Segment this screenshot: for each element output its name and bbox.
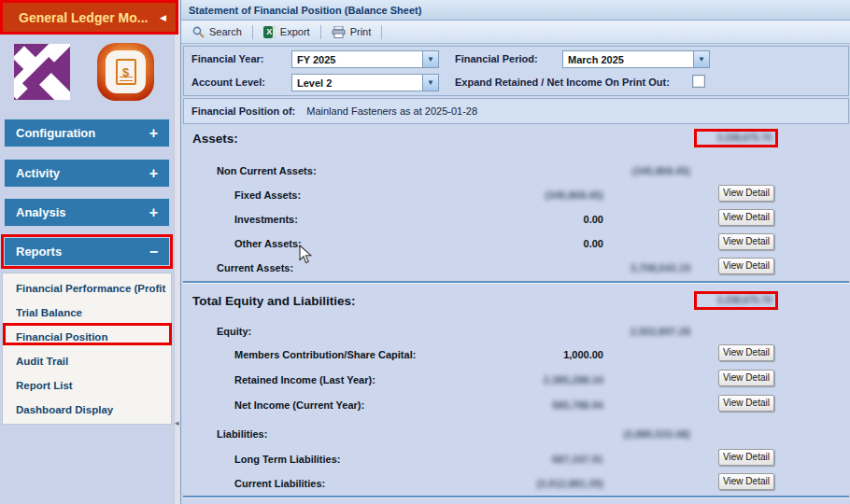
submenu-item-report-list[interactable]: Report List bbox=[3, 373, 171, 398]
sidebar-item-configuration[interactable]: Configuration + bbox=[4, 119, 170, 147]
ledger-icon-inner: $ bbox=[106, 50, 146, 93]
splitter-collapse-icon[interactable]: ◂ bbox=[175, 418, 179, 427]
position-of-label: Financial Position of: bbox=[191, 105, 295, 117]
view-detail-button[interactable]: View Detail bbox=[718, 370, 774, 386]
row-label: Investments: bbox=[234, 211, 298, 228]
financial-year-value: FY 2025 bbox=[292, 54, 422, 65]
excel-export-icon: X bbox=[263, 26, 276, 38]
report-row: Members Contribution/Share Capital: 1,00… bbox=[181, 346, 850, 363]
report-row: Retained Income (Last Year): 2,385,288.3… bbox=[181, 371, 850, 388]
toolbar-separator bbox=[381, 25, 382, 39]
collapse-minus-icon[interactable]: − bbox=[149, 244, 158, 260]
export-label: Export bbox=[280, 26, 310, 37]
view-detail-button[interactable]: View Detail bbox=[718, 344, 774, 361]
financial-position-of-bar: Financial Position of: Mainland Fastener… bbox=[183, 98, 849, 124]
export-button[interactable]: X Export bbox=[258, 24, 316, 40]
financial-period-value: March 2025 bbox=[563, 54, 693, 65]
account-level-label: Account Level: bbox=[191, 77, 265, 88]
report-row: Non Current Assets: (345,868.45) bbox=[181, 162, 850, 179]
expand-plus-icon[interactable]: + bbox=[149, 204, 158, 221]
submenu-item-financial-performance[interactable]: Financial Performance (Profit bbox=[3, 276, 171, 301]
print-label: Print bbox=[350, 26, 372, 37]
page-title: Statement of Financial Position (Balance… bbox=[189, 5, 421, 16]
main-panel: Statement of Financial Position (Balance… bbox=[180, 0, 850, 504]
module-header[interactable]: General Ledger Mo... ◀ bbox=[0, 0, 178, 35]
company-logo bbox=[14, 44, 70, 100]
search-label: Search bbox=[209, 26, 242, 37]
financial-year-label: Financial Year: bbox=[191, 53, 263, 64]
row-label: Fixed Assets: bbox=[234, 187, 301, 203]
financial-period-label: Financial Period: bbox=[455, 53, 538, 64]
view-detail-button[interactable]: View Detail bbox=[718, 449, 774, 466]
expand-retained-checkbox[interactable] bbox=[692, 75, 705, 88]
sidebar-splitter[interactable]: ◂ bbox=[174, 0, 180, 504]
sidebar-item-reports[interactable]: Reports − bbox=[4, 237, 170, 266]
print-icon bbox=[332, 26, 346, 38]
search-button[interactable]: Search bbox=[187, 24, 248, 40]
equity-liabilities-header-row: Total Equity and Liabilities: 3,338,675.… bbox=[181, 293, 850, 310]
collapse-arrow-icon[interactable]: ◀ bbox=[160, 13, 166, 22]
report-row: Investments: 0.00 View Detail bbox=[181, 211, 850, 228]
sidebar-item-label: Configuration bbox=[16, 126, 149, 140]
assets-total-value-annotated: 3,338,675.70 bbox=[694, 129, 778, 147]
report-row: Net Income (Current Year): 585,788.94 Vi… bbox=[181, 397, 850, 413]
report-row: Liabilities: (3,885,533.48) bbox=[181, 426, 850, 442]
submenu-item-financial-position[interactable]: Financial Position bbox=[3, 325, 171, 349]
expand-retained-label: Expand Retained / Net Income On Print Ou… bbox=[455, 77, 670, 88]
submenu-item-trial-balance[interactable]: Trial Balance bbox=[3, 301, 171, 325]
filter-panel: Financial Year: FY 2025 ▼ Financial Peri… bbox=[183, 46, 849, 96]
report-row: Current Assets: 3,708,543.19 View Detail bbox=[181, 259, 850, 276]
view-detail-button[interactable]: View Detail bbox=[718, 395, 774, 412]
sidebar-item-label: Reports bbox=[16, 245, 149, 259]
sidebar-item-label: Analysis bbox=[16, 205, 149, 219]
view-detail-button[interactable]: View Detail bbox=[718, 258, 774, 274]
submenu-item-audit-trail[interactable]: Audit Trail bbox=[3, 349, 171, 373]
view-detail-button[interactable]: View Detail bbox=[718, 209, 774, 226]
assets-header-label: Assets: bbox=[192, 131, 238, 147]
position-of-value: Mainland Fasteners as at 2025-01-28 bbox=[306, 105, 477, 117]
row-value: 1,000.00 bbox=[491, 346, 603, 363]
account-level-dropdown[interactable]: Level 2 ▼ bbox=[291, 74, 439, 91]
view-detail-button[interactable]: View Detail bbox=[718, 233, 774, 250]
view-detail-button[interactable]: View Detail bbox=[718, 185, 774, 202]
blurred-value: 3,338,675.70 bbox=[717, 295, 772, 305]
equity-liabilities-total-value-annotated: 3,338,675.70 bbox=[694, 291, 778, 310]
chevron-down-icon[interactable]: ▼ bbox=[422, 51, 438, 67]
chevron-down-icon[interactable]: ▼ bbox=[693, 51, 709, 67]
expand-plus-icon[interactable]: + bbox=[149, 165, 158, 182]
report-content: Assets: 3,338,675.70 Non Current Assets:… bbox=[181, 124, 850, 504]
row-label: Equity: bbox=[217, 323, 251, 340]
row-label: Net Income (Current Year): bbox=[234, 397, 364, 413]
financial-year-dropdown[interactable]: FY 2025 ▼ bbox=[291, 50, 439, 68]
row-label: Long Term Liabilities: bbox=[234, 451, 340, 468]
sidebar-item-analysis[interactable]: Analysis + bbox=[4, 198, 170, 227]
submenu-item-dashboard-display[interactable]: Dashboard Display bbox=[3, 398, 171, 422]
module-title: General Ledger Mo... bbox=[19, 10, 160, 25]
blurred-value: 2,502,897.28 bbox=[578, 323, 690, 340]
report-row: Current Liabilities: (3,912,881.39) View… bbox=[181, 475, 850, 492]
print-button[interactable]: Print bbox=[326, 24, 377, 40]
expand-plus-icon[interactable]: + bbox=[149, 125, 158, 142]
search-icon bbox=[192, 26, 205, 38]
row-value: 0.00 bbox=[491, 211, 603, 228]
ledger-book-icon: $ bbox=[116, 59, 136, 85]
account-level-value: Level 2 bbox=[292, 77, 422, 89]
row-label: Non Current Assets: bbox=[217, 162, 317, 179]
sidebar-item-activity[interactable]: Activity + bbox=[4, 159, 170, 188]
panel-title-bar: Statement of Financial Position (Balance… bbox=[181, 0, 850, 21]
blurred-value: 3,338,675.70 bbox=[717, 133, 772, 143]
sidebar-item-label: Activity bbox=[16, 166, 149, 180]
row-label: Retained Income (Last Year): bbox=[234, 371, 375, 388]
report-row: Fixed Assets: (345,868.45) View Detail bbox=[181, 187, 850, 203]
assets-header-row: Assets: 3,338,675.70 bbox=[181, 131, 850, 147]
blurred-value: 3,708,543.19 bbox=[578, 259, 690, 276]
row-label: Members Contribution/Share Capital: bbox=[234, 346, 416, 363]
financial-period-dropdown[interactable]: March 2025 ▼ bbox=[562, 50, 710, 68]
equity-liabilities-header-label: Total Equity and Liabilities: bbox=[192, 293, 356, 310]
chevron-down-icon[interactable]: ▼ bbox=[422, 75, 438, 91]
row-label: Current Liabilities: bbox=[234, 475, 325, 492]
view-detail-button[interactable]: View Detail bbox=[718, 473, 774, 490]
row-label: Current Assets: bbox=[217, 259, 293, 276]
blurred-value: (3,885,533.48) bbox=[578, 426, 690, 442]
toolbar-separator bbox=[252, 25, 253, 39]
